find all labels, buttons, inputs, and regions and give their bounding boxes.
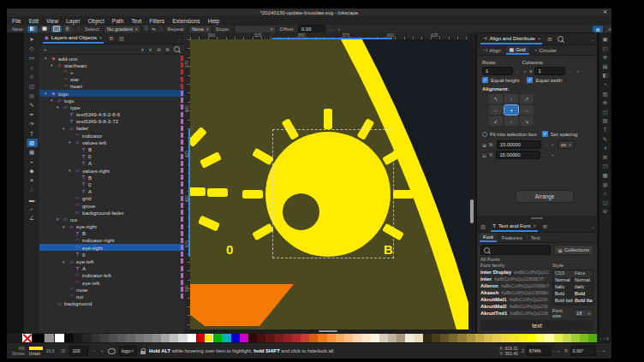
- tree-row[interactable]: T text5349-4-9-2-8-6: [39, 111, 184, 118]
- object-label[interactable]: values-left: [82, 139, 106, 145]
- palette-swatch[interactable]: [440, 334, 449, 342]
- tree-row[interactable]: ▾ ▱ fader: [39, 125, 184, 132]
- object-label[interactable]: eye-left: [76, 258, 93, 264]
- font-subtab[interactable]: Text: [528, 233, 544, 242]
- tree-row[interactable]: ▾ ▱ values-left: [39, 139, 184, 145]
- palette-swatch[interactable]: [554, 334, 563, 342]
- palette-swatch[interactable]: [92, 334, 100, 342]
- alignment-cell[interactable]: ↖: [489, 94, 503, 104]
- radial-gradient-button[interactable]: [39, 26, 50, 33]
- rotation-minus-button[interactable]: −: [597, 348, 601, 353]
- arrange-button[interactable]: Arrange: [516, 190, 574, 203]
- align-subtab[interactable]: ▦Grid: [506, 45, 529, 55]
- zoom-plus-button[interactable]: +: [557, 348, 561, 353]
- tree-row[interactable]: ◠ grid: [39, 195, 184, 202]
- spacing-x-input[interactable]: 15.00000: [497, 140, 541, 149]
- tree-row[interactable]: ◠ indicator-left: [39, 272, 184, 279]
- tab-layers-objects[interactable]: ◈ Layers and Objects ×: [43, 33, 104, 44]
- tab-ghost-icon[interactable]: ⊞: [547, 36, 552, 43]
- gradient-tool[interactable]: ▧: [27, 139, 38, 147]
- font-row[interactable]: AkrutiTml1 AaBbCcIiPpQq1236: [480, 311, 549, 317]
- alignment-cell[interactable]: ←: [489, 105, 503, 115]
- object-label[interactable]: tux: [76, 294, 83, 300]
- mesh-tool[interactable]: ▦: [27, 148, 38, 157]
- palette-swatch[interactable]: [265, 334, 274, 342]
- tab-text-font[interactable]: T Text and Font ×: [491, 221, 538, 232]
- dialog-icon-1[interactable]: ▣: [602, 36, 607, 42]
- expander-icon[interactable]: ▾: [63, 126, 67, 131]
- expander-icon[interactable]: ▾: [51, 98, 55, 103]
- object-label[interactable]: eye-right: [76, 223, 97, 229]
- font-row[interactable]: Inter AaBbCcIiPpQq12369$Of?: [480, 276, 549, 283]
- tree-row[interactable]: ▾ ◈ add-ons: [39, 55, 184, 62]
- tree-row[interactable]: T 0: [39, 181, 184, 187]
- gradient-select-dropdown[interactable]: No gradient ▾: [104, 25, 141, 33]
- box-3d-tool[interactable]: ◫: [27, 82, 38, 91]
- canvas-viewport[interactable]: 0 B: [190, 39, 468, 329]
- close-tab-icon[interactable]: ×: [538, 36, 540, 41]
- layers-settings-button[interactable]: ⊛: [165, 46, 170, 52]
- palette-swatch[interactable]: [144, 334, 152, 342]
- object-label[interactable]: A: [88, 160, 92, 166]
- font-subtab[interactable]: Font: [480, 233, 497, 242]
- menu-item[interactable]: View: [46, 18, 58, 24]
- opacity-plus-button[interactable]: +: [100, 348, 104, 353]
- object-label[interactable]: B: [88, 146, 92, 152]
- palette-swatch[interactable]: [248, 334, 257, 342]
- menu-item[interactable]: Edit: [29, 18, 39, 24]
- object-label[interactable]: B: [82, 230, 86, 236]
- dialog-icon-9[interactable]: ◫: [602, 109, 607, 115]
- palette-swatch[interactable]: [379, 334, 388, 342]
- tree-row[interactable]: T A: [39, 160, 184, 167]
- tree-row[interactable]: ◠ eye-left: [39, 279, 184, 286]
- palette-swatch[interactable]: [222, 334, 230, 342]
- dialog-icon-17[interactable]: ◍: [603, 181, 608, 187]
- node-tool[interactable]: ◇: [27, 45, 38, 53]
- close-window-icon[interactable]: ✕: [603, 9, 607, 16]
- object-label[interactable]: heart: [70, 83, 82, 89]
- font-search-input[interactable]: [480, 245, 551, 255]
- alignment-cell[interactable]: ↘: [520, 116, 534, 126]
- palette-swatch[interactable]: [196, 334, 205, 342]
- eraser-tool[interactable]: ▬: [27, 195, 38, 204]
- no-color-swatch[interactable]: [22, 334, 32, 342]
- object-label[interactable]: indicator-right: [82, 237, 115, 243]
- tree-row[interactable]: ◠ tux: [39, 293, 184, 300]
- ruler-vertical[interactable]: 375400425450475500: [184, 39, 190, 329]
- palette-swatch[interactable]: [205, 334, 213, 342]
- x-minus-button[interactable]: −: [544, 142, 548, 147]
- ellipse-tool[interactable]: ○: [27, 63, 38, 72]
- palette-swatch[interactable]: [283, 334, 292, 342]
- palette-swatch[interactable]: [318, 334, 326, 342]
- knob-tick[interactable]: [393, 190, 414, 199]
- fill-gradient-button[interactable]: [51, 26, 62, 33]
- expander-icon[interactable]: ▾: [63, 224, 67, 229]
- menu-item[interactable]: Layer: [66, 18, 80, 24]
- palette-swatch[interactable]: [301, 334, 309, 342]
- tree-row[interactable]: T B: [39, 145, 184, 152]
- expander-icon[interactable]: ▾: [51, 62, 55, 68]
- scrollbar-thumb[interactable]: [319, 330, 337, 332]
- fill-color-swatch[interactable]: [29, 347, 43, 350]
- palette-swatch[interactable]: [231, 334, 240, 342]
- stroke-width[interactable]: 15.0: [46, 348, 55, 353]
- object-label[interactable]: grove: [82, 203, 95, 209]
- offset-minus-button[interactable]: −: [329, 27, 333, 32]
- tree-row[interactable]: T 0: [39, 153, 184, 160]
- collections-button[interactable]: ⊞ Collections: [554, 245, 593, 255]
- style-row[interactable]: Bold Italic Bold Italic: [553, 298, 593, 305]
- object-label[interactable]: eye-left: [82, 280, 99, 286]
- palette-swatch[interactable]: [100, 334, 109, 342]
- palette-swatch[interactable]: [405, 334, 414, 342]
- tree-row[interactable]: T A: [39, 265, 184, 272]
- y-plus-button[interactable]: +: [551, 152, 555, 157]
- style-row[interactable]: Normal Normal: [553, 277, 593, 284]
- object-label[interactable]: A: [88, 188, 92, 194]
- rectangle-tool[interactable]: ▭: [27, 54, 38, 62]
- tree-row[interactable]: T B: [39, 174, 184, 181]
- opacity-input[interactable]: 100: [69, 346, 88, 356]
- object-label[interactable]: indicator-left: [82, 272, 111, 278]
- layer-lock-icon[interactable]: [140, 351, 146, 354]
- tree-row[interactable]: ◠ +: [39, 68, 184, 75]
- object-label[interactable]: background: [64, 300, 92, 306]
